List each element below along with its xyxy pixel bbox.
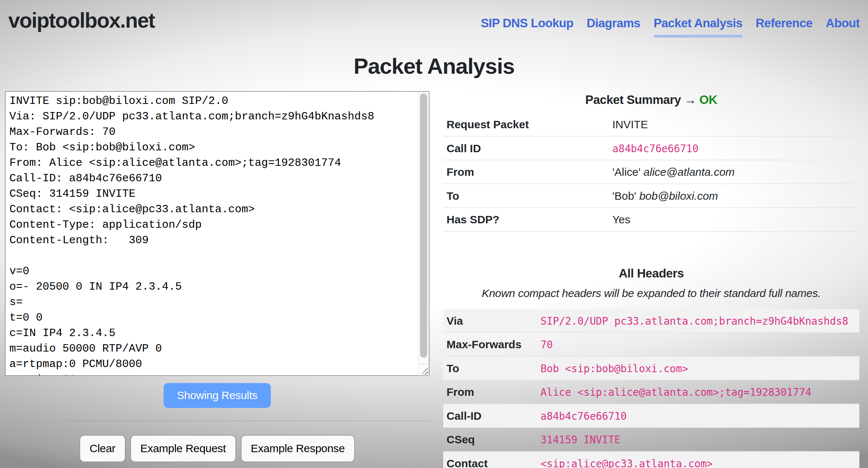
nav-item-sip-dns-lookup[interactable]: SIP DNS Lookup	[481, 16, 573, 31]
header-value-call-id: a84b4c76e66710	[540, 404, 860, 428]
table-row: From Alice <sip:alice@atlanta.com>;tag=1…	[443, 380, 860, 404]
table-row: Has SDP? Yes	[443, 207, 860, 231]
from-display-name: 'Alice'	[612, 166, 644, 178]
summary-value-request-packet: INVITE	[612, 113, 860, 136]
summary-label-from: From	[443, 160, 612, 184]
header-name-to: To	[443, 356, 540, 380]
table-row: CSeq 314159 INVITE	[443, 427, 860, 451]
header-value-code: 314159 INVITE	[540, 434, 620, 446]
packet-summary-heading: Packet Summary → OK	[443, 93, 860, 107]
showing-results-button[interactable]: Showing Results	[164, 383, 271, 408]
summary-label-has-sdp: Has SDP?	[443, 207, 612, 231]
header-value-code: 70	[540, 339, 553, 351]
table-row: Call ID a84b4c76e66710	[443, 136, 860, 160]
to-display-name: 'Bob'	[612, 190, 639, 202]
table-row: Via SIP/2.0/UDP pc33.atlanta.com;branch=…	[443, 309, 860, 333]
nav-item-reference[interactable]: Reference	[756, 16, 812, 31]
packet-input-textarea[interactable]: INVITE sip:bob@biloxi.com SIP/2.0 Via: S…	[6, 92, 429, 376]
header-name-max-forwards: Max-Forwards	[443, 332, 540, 356]
summary-label-call-id: Call ID	[443, 136, 612, 160]
header-value-to: Bob <sip:bob@biloxi.com>	[540, 356, 860, 380]
page: voiptoolbox.net SIP DNS Lookup Diagrams …	[0, 0, 868, 468]
table-row: Contact <sip:alice@pc33.atlanta.com>	[443, 451, 860, 468]
from-address: alice@atlanta.com	[644, 166, 735, 178]
all-headers-table: Via SIP/2.0/UDP pc33.atlanta.com;branch=…	[443, 309, 860, 468]
header-value-code: Bob <sip:bob@biloxi.com>	[540, 363, 688, 374]
nav-item-diagrams[interactable]: Diagrams	[587, 16, 640, 31]
site-logo[interactable]: voiptoolbox.net	[8, 9, 155, 33]
call-id-code: a84b4c76e66710	[612, 143, 699, 154]
summary-value-from: 'Alice' alice@atlanta.com	[612, 160, 860, 184]
summary-value-has-sdp: Yes	[612, 207, 860, 231]
table-row: To 'Bob' bob@biloxi.com	[443, 184, 860, 208]
table-row: To Bob <sip:bob@biloxi.com>	[443, 356, 860, 380]
header-value-max-forwards: 70	[540, 332, 860, 356]
nav-item-packet-analysis[interactable]: Packet Analysis	[654, 16, 742, 31]
summary-value-to: 'Bob' bob@biloxi.com	[612, 184, 860, 208]
header-value-from: Alice <sip:alice@atlanta.com>;tag=192830…	[540, 380, 860, 404]
header-value-cseq: 314159 INVITE	[540, 427, 860, 451]
header-name-call-id: Call-ID	[443, 404, 540, 428]
header-value-code: <sip:alice@pc33.atlanta.com>	[540, 458, 713, 468]
example-response-button[interactable]: Example Response	[241, 435, 355, 462]
header-value-via: SIP/2.0/UDP pc33.atlanta.com;branch=z9hG…	[540, 309, 860, 333]
page-title: Packet Analysis	[0, 54, 868, 79]
submit-row: Showing Results	[5, 383, 430, 408]
table-row: Call-ID a84b4c76e66710	[443, 404, 860, 428]
action-buttons-row: Clear Example Request Example Response	[5, 435, 430, 462]
header-value-code: a84b4c76e66710	[540, 410, 627, 422]
summary-value-call-id: a84b4c76e66710	[612, 136, 860, 160]
header-value-code: SIP/2.0/UDP pc33.atlanta.com;branch=z9hG…	[540, 315, 848, 327]
all-headers-note: Known compact headers will be expanded t…	[443, 287, 860, 300]
table-row: From 'Alice' alice@atlanta.com	[443, 160, 860, 184]
table-row: Max-Forwards 70	[443, 332, 860, 356]
header-name-via: Via	[443, 309, 540, 333]
header-value-contact: <sip:alice@pc33.atlanta.com>	[540, 451, 860, 468]
main-nav: SIP DNS Lookup Diagrams Packet Analysis …	[481, 16, 860, 31]
header-name-contact: Contact	[443, 451, 540, 468]
example-request-button[interactable]: Example Request	[130, 435, 236, 462]
summary-label-to: To	[443, 184, 612, 208]
header-name-from: From	[443, 380, 540, 404]
table-row: Request Packet INVITE	[443, 113, 860, 136]
packet-input-panel: INVITE sip:bob@biloxi.com SIP/2.0 Via: S…	[5, 91, 430, 462]
header-value-code: Alice <sip:alice@atlanta.com>;tag=192830…	[540, 387, 811, 398]
results-panel: Packet Summary → OK Request Packet INVIT…	[443, 91, 860, 468]
all-headers-heading: All Headers	[443, 266, 860, 281]
clear-button[interactable]: Clear	[80, 435, 125, 462]
summary-label-request-packet: Request Packet	[443, 113, 612, 136]
divider	[5, 421, 430, 422]
packet-summary-table: Request Packet INVITE Call ID a84b4c76e6…	[443, 113, 860, 232]
nav-item-about[interactable]: About	[826, 16, 860, 31]
packet-summary-heading-text: Packet Summary →	[585, 93, 696, 107]
to-address: bob@biloxi.com	[639, 190, 718, 202]
textarea-scrollbar-thumb[interactable]	[420, 94, 427, 358]
packet-textarea-container: INVITE sip:bob@biloxi.com SIP/2.0 Via: S…	[5, 91, 430, 376]
packet-summary-status-badge: OK	[699, 93, 717, 107]
header-name-cseq: CSeq	[443, 427, 540, 451]
